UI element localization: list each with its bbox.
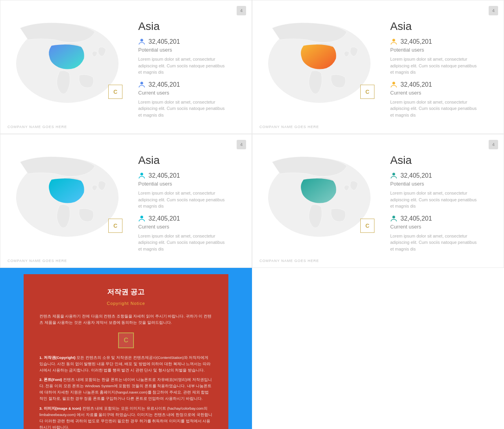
stat2-desc-2: Lorem ipsum dolor sit amet, consectetur … bbox=[390, 99, 477, 119]
stat2-number-1: 32,405,201 bbox=[148, 81, 180, 88]
copyright-s2-title: 2. 폰트(Font) bbox=[39, 377, 62, 382]
stat2-label-3: Current users bbox=[138, 224, 244, 230]
card-number-2: 4 bbox=[489, 6, 498, 15]
copyright-section3: 3. 이미지(Image & Icon) 컨텐츠 내에 포함되는 모든 이미지는… bbox=[39, 405, 213, 429]
card-1: 4 bbox=[0, 0, 252, 134]
stat2-desc-3: Lorem ipsum dolor sit amet, consectetur … bbox=[138, 233, 225, 253]
company-label-4: COMPANY NAME GOES HERE bbox=[259, 259, 319, 263]
card-title-4: Asia bbox=[390, 154, 496, 167]
copyright-title-ko: 저작권 공고 bbox=[39, 286, 213, 298]
stat2-number-4: 32,405,201 bbox=[400, 215, 432, 222]
logo-badge-3: C bbox=[108, 219, 122, 233]
logo-badge-2: C bbox=[360, 85, 374, 99]
person-icon-3b bbox=[138, 215, 145, 222]
stat1-row-4: 32,405,201 bbox=[390, 172, 496, 179]
stat1-label-1: Potential users bbox=[138, 47, 244, 53]
logo-badge-4: C bbox=[360, 219, 374, 233]
empty-panel bbox=[252, 268, 504, 429]
stat2-row-3: 32,405,201 bbox=[138, 215, 244, 222]
copyright-section2: 2. 폰트(Font) 컨텐츠 내에 포함되는 한글 폰트는 네이버 나눔폰트로… bbox=[39, 377, 213, 402]
stat2-label-4: Current users bbox=[390, 224, 496, 230]
svg-point-11 bbox=[393, 215, 395, 218]
card-info-4: Asia 32,405,201 Potential users Lorem ip… bbox=[378, 142, 496, 258]
stat2-number-2: 32,405,201 bbox=[400, 81, 432, 88]
stat1-number-3: 32,405,201 bbox=[148, 172, 180, 179]
stat1-row-1: 32,405,201 bbox=[138, 38, 244, 45]
copyright-section: 저작권 공고 Copyright Notice 컨텐츠 제품을 사용하기 전에 … bbox=[0, 268, 252, 429]
stat1-desc-1: Lorem ipsum dolor sit amet, consectetur … bbox=[138, 56, 225, 76]
card-number-1: 4 bbox=[237, 6, 246, 15]
person-icon-1b bbox=[138, 81, 145, 88]
map-area-1: C bbox=[8, 8, 126, 119]
logo-badge-1: C bbox=[108, 85, 122, 99]
stat2-row-2: 32,405,201 bbox=[390, 81, 496, 88]
svg-point-8 bbox=[141, 215, 143, 218]
company-label-2: COMPANY NAME GOES HERE bbox=[259, 125, 319, 129]
stat2-row-1: 32,405,201 bbox=[138, 81, 244, 88]
svg-point-5 bbox=[393, 82, 395, 84]
svg-point-10 bbox=[393, 173, 395, 176]
stat2-desc-1: Lorem ipsum dolor sit amet, consectetur … bbox=[138, 99, 225, 119]
person-icon-2a bbox=[390, 38, 397, 45]
person-icon-4b bbox=[390, 215, 397, 222]
stat1-number-2: 32,405,201 bbox=[400, 38, 432, 45]
card-info-2: Asia 32,405,201 Potential users Lorem ip… bbox=[378, 8, 496, 124]
map-area-4: C bbox=[260, 142, 378, 253]
stat1-number-1: 32,405,201 bbox=[148, 38, 180, 45]
copyright-s2-body: 컨텐츠 내에 포함되는 한글 폰트는 네이버 나눔폰트로 자유배포(비영리)에 … bbox=[39, 377, 212, 401]
card-number-3: 4 bbox=[237, 140, 246, 149]
stat2-row-4: 32,405,201 bbox=[390, 215, 496, 222]
copyright-body-intro: 컨텐츠 제품을 사용하기 전에 다음의 컨텐츠 조항들을 자세히 읽어 주시기 … bbox=[39, 313, 213, 326]
map-area-2: C bbox=[260, 8, 378, 119]
copyright-title-en: Copyright Notice bbox=[39, 300, 213, 307]
card-3: 4 C Asia bbox=[0, 134, 252, 268]
stat2-label-1: Current users bbox=[138, 90, 244, 96]
stat1-number-4: 32,405,201 bbox=[400, 172, 432, 179]
stat1-label-3: Potential users bbox=[138, 181, 244, 187]
person-icon-4a bbox=[390, 172, 397, 179]
company-label-3: COMPANY NAME GOES HERE bbox=[7, 259, 67, 263]
person-icon-3a bbox=[138, 172, 145, 179]
card-2: 4 C Asia bbox=[252, 0, 504, 134]
stat2-desc-4: Lorem ipsum dolor sit amet, consectetur … bbox=[390, 233, 477, 253]
stat1-row-2: 32,405,201 bbox=[390, 38, 496, 45]
stat2-number-3: 32,405,201 bbox=[148, 215, 180, 222]
card-title-1: Asia bbox=[138, 20, 244, 33]
svg-point-2 bbox=[141, 82, 143, 84]
stat1-label-4: Potential users bbox=[390, 181, 496, 187]
copyright-section1-title: 1. 저작권(Copyright) 모든 컨텐츠의 소유 및 저작권은 컨텐츠제… bbox=[39, 355, 213, 373]
card-4: 4 C Asia bbox=[252, 134, 504, 268]
person-icon-2b bbox=[390, 81, 397, 88]
stat1-row-3: 32,405,201 bbox=[138, 172, 244, 179]
copyright-s1-title: 1. 저작권(Copyright) bbox=[39, 355, 76, 360]
copyright-logo-badge: C bbox=[118, 332, 134, 348]
copyright-inner: 저작권 공고 Copyright Notice 컨텐츠 제품을 사용하기 전에 … bbox=[24, 274, 228, 429]
bottom-row: 저작권 공고 Copyright Notice 컨텐츠 제품을 사용하기 전에 … bbox=[0, 268, 504, 429]
stat1-desc-2: Lorem ipsum dolor sit amet, consectetur … bbox=[390, 56, 477, 76]
main-grid: 4 bbox=[0, 0, 504, 268]
map-area-3: C bbox=[8, 142, 126, 253]
card-title-2: Asia bbox=[390, 20, 496, 33]
svg-point-4 bbox=[393, 39, 395, 42]
stat1-label-2: Potential users bbox=[390, 47, 496, 53]
card-title-3: Asia bbox=[138, 154, 244, 167]
card-number-4: 4 bbox=[489, 140, 498, 149]
stat1-desc-4: Lorem ipsum dolor sit amet, consectetur … bbox=[390, 190, 477, 210]
card-info-3: Asia 32,405,201 Potential users Lorem ip… bbox=[126, 142, 244, 258]
svg-point-7 bbox=[141, 173, 143, 176]
stat2-label-2: Current users bbox=[390, 90, 496, 96]
copyright-s3-title: 3. 이미지(Image & Icon) bbox=[39, 406, 81, 410]
copyright-logo: C bbox=[39, 332, 213, 348]
person-icon-1a bbox=[138, 38, 145, 45]
card-info-1: Asia 32,405,201 Potential users Lorem ip… bbox=[126, 8, 244, 124]
company-label-1: COMPANY NAME GOES HERE bbox=[7, 125, 67, 129]
stat1-desc-3: Lorem ipsum dolor sit amet, consectetur … bbox=[138, 190, 225, 210]
svg-point-1 bbox=[141, 39, 143, 42]
